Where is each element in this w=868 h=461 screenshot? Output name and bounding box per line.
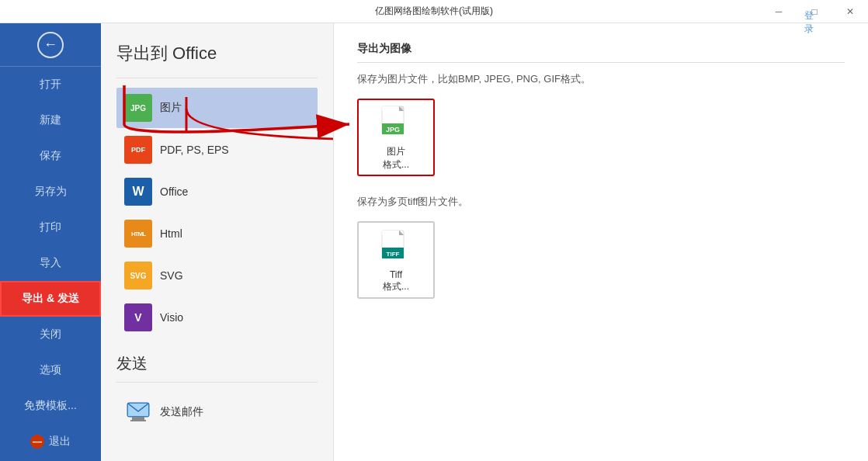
menu-item-office-label: Office <box>160 185 188 198</box>
minimize-button[interactable]: ─ <box>761 0 797 23</box>
image-format-options: JPG 图片格式... <box>357 99 845 176</box>
menu-item-html[interactable]: HTML Html <box>116 213 318 254</box>
exit-icon: — <box>30 435 44 449</box>
tiff-format-card[interactable]: TIFF Tiff格式... <box>357 221 435 299</box>
sidebar-item-save[interactable]: 保存 <box>0 138 101 174</box>
menu-item-pdf-label: PDF, PS, EPS <box>160 144 229 156</box>
tiff-format-options: TIFF Tiff格式... <box>357 221 845 299</box>
titlebar: 亿图网络图绘制软件(试用版) ─ □ ✕ <box>0 0 868 23</box>
visio-icon: V <box>124 303 152 331</box>
menu-item-image-label: 图片 <box>160 101 182 115</box>
menu-item-email-label: 发送邮件 <box>160 405 203 419</box>
export-divider <box>116 78 318 78</box>
tiff-file-svg: TIFF <box>379 229 413 263</box>
content-area: 导出到 Office JPG 图片 PDF PDF, PS, EPS W <box>101 23 868 461</box>
sidebar-item-open[interactable]: 打开 <box>0 67 101 102</box>
back-arrow-icon: ← <box>43 36 57 53</box>
html-icon: HTML <box>124 220 152 248</box>
send-divider <box>116 382 318 383</box>
menu-item-html-label: Html <box>160 227 182 240</box>
window-controls: ─ □ ✕ <box>761 0 868 23</box>
exit-wrapper: — 退出 <box>30 435 71 449</box>
right-image-desc: 保存为图片文件，比如BMP, JPEG, PNG, GIF格式。 <box>357 72 845 86</box>
menu-item-visio-label: Visio <box>160 311 183 324</box>
word-icon: W <box>124 178 152 206</box>
right-panel: 导出为图像 保存为图片文件，比如BMP, JPEG, PNG, GIF格式。 <box>334 23 868 461</box>
right-tiff-desc: 保存为多页tiff图片文件。 <box>357 195 845 209</box>
menu-item-image[interactable]: JPG 图片 <box>116 88 318 128</box>
sidebar-item-import[interactable]: 导入 <box>0 245 101 281</box>
menu-item-svg[interactable]: SVG SVG <box>116 255 318 296</box>
sidebar-item-options[interactable]: 选项 <box>0 352 101 388</box>
menu-item-email[interactable]: 发送邮件 <box>116 392 318 432</box>
maximize-button[interactable]: □ <box>797 0 832 23</box>
jpg-format-card[interactable]: JPG 图片格式... <box>357 99 435 176</box>
right-image-title: 导出为图像 <box>357 42 845 56</box>
pdf-icon: PDF <box>124 136 152 164</box>
svg-rect-2 <box>130 420 146 421</box>
svg-rect-8 <box>382 106 399 111</box>
tiff-format-icon: TIFF <box>377 227 415 265</box>
export-section-title: 导出到 Office <box>116 42 318 65</box>
svg-text:JPG: JPG <box>386 126 400 133</box>
right-image-divider <box>357 62 845 63</box>
svg-icon: SVG <box>124 262 152 289</box>
svg-rect-15 <box>382 230 399 235</box>
login-link[interactable]: 登录 <box>804 23 814 36</box>
email-icon <box>124 398 152 426</box>
sidebar-item-new[interactable]: 新建 <box>0 102 101 138</box>
jpg-format-icon: JPG <box>377 103 415 140</box>
svg-rect-1 <box>132 417 144 420</box>
sidebar-item-exit[interactable]: — 退出 <box>0 424 101 459</box>
main-area: ← 打开 新建 保存 另存为 打印 导入 导出 & 发送 关闭 选项 <box>0 23 868 461</box>
email-svg <box>124 398 152 426</box>
svg-text:TIFF: TIFF <box>387 251 400 258</box>
sidebar-item-export[interactable]: 导出 & 发送 <box>0 281 101 317</box>
jpg-file-svg: JPG <box>379 105 413 139</box>
sidebar-back[interactable]: ← <box>0 23 101 67</box>
titlebar-title: 亿图网络图绘制软件(试用版) <box>375 5 493 18</box>
menu-item-pdf[interactable]: PDF PDF, PS, EPS <box>116 130 318 170</box>
left-panel: 导出到 Office JPG 图片 PDF PDF, PS, EPS W <box>101 23 334 461</box>
sidebar-item-templates[interactable]: 免费模板... <box>0 388 101 424</box>
sidebar-item-saveas[interactable]: 另存为 <box>0 174 101 210</box>
menu-item-svg-label: SVG <box>160 269 183 282</box>
close-button[interactable]: ✕ <box>832 0 868 23</box>
sidebar-item-close[interactable]: 关闭 <box>0 317 101 352</box>
sidebar: ← 打开 新建 保存 另存为 打印 导入 导出 & 发送 关闭 选项 <box>0 23 101 461</box>
jpg-icon: JPG <box>124 94 152 122</box>
menu-item-visio[interactable]: V Visio <box>116 297 318 338</box>
jpg-format-label: 图片格式... <box>383 145 409 172</box>
tiff-format-label: Tiff格式... <box>383 269 409 293</box>
back-button[interactable]: ← <box>37 32 64 58</box>
send-section-title: 发送 <box>116 353 318 374</box>
menu-item-office[interactable]: W Office <box>116 172 318 212</box>
sidebar-item-print[interactable]: 打印 <box>0 210 101 245</box>
